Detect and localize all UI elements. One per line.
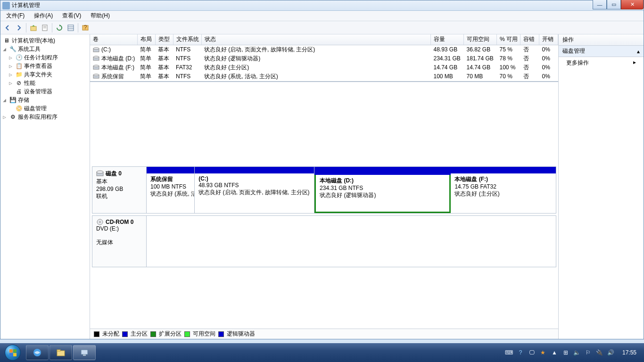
legend-free-swatch [184, 331, 190, 337]
partition-color-bar [147, 167, 194, 173]
cdrom-header[interactable]: CD-ROM 0 DVD (E:) 无媒体 [92, 216, 147, 267]
up-button[interactable] [28, 23, 39, 33]
col-free[interactable]: 可用空间 [464, 34, 497, 45]
partition[interactable]: 本地磁盘 (D:)234.31 GB NTFS状态良好 (逻辑驱动器) [314, 167, 451, 213]
col-status[interactable]: 状态 [201, 34, 431, 45]
col-layout[interactable]: 布局 [137, 34, 155, 45]
disk0-row[interactable]: 磁盘 0 基本 298.09 GB 联机 系统保留100 MB NTFS状态良好… [92, 166, 556, 214]
nav-forward-button[interactable] [14, 23, 24, 33]
separator [26, 23, 26, 33]
svg-point-12 [93, 56, 99, 58]
taskbar-explorer[interactable] [50, 345, 72, 360]
event-icon: 📋 [15, 62, 23, 70]
main-panel: 卷 布局 类型 文件系统 状态 容量 可用空间 % 可用 容错 开销 (C:)简… [90, 34, 559, 339]
clock-icon: 🕑 [15, 54, 23, 61]
storage-icon: 💾 [9, 96, 17, 104]
titlebar[interactable]: 计算机管理 — ▭ ✕ [0, 0, 644, 11]
col-capacity[interactable]: 容量 [431, 34, 464, 45]
tree-disk-management[interactable]: 📀磁盘管理 [1, 104, 89, 113]
partition[interactable]: (C:)48.93 GB NTFS状态良好 (启动, 页面文件, 故障转储, 主… [195, 167, 314, 213]
volume-row[interactable]: 本地磁盘 (F:)简单基本FAT32状态良好 (主分区)14.74 GB14.7… [90, 63, 558, 72]
col-volume[interactable]: 卷 [90, 34, 137, 45]
menu-view[interactable]: 查看(V) [58, 11, 85, 21]
disk-icon [96, 170, 104, 177]
cdrom-row[interactable]: CD-ROM 0 DVD (E:) 无媒体 [92, 215, 556, 267]
taskbar-ie[interactable] [26, 345, 49, 360]
close-button[interactable]: ✕ [621, 0, 644, 9]
volume-icon [93, 56, 99, 61]
tree-system-tools[interactable]: ◢🔧系统工具 [1, 45, 89, 53]
tree-root[interactable]: 🖥计算机管理(本地) [1, 36, 89, 45]
partition[interactable]: 系统保留100 MB NTFS状态良好 (系统, 活动, 主分区) [147, 167, 195, 213]
tree-task-scheduler[interactable]: ▷🕑任务计划程序 [1, 53, 89, 62]
tree-performance[interactable]: ▷⊘性能 [1, 79, 89, 87]
actions-panel: 操作 磁盘管理▴ 更多操作▸ [559, 34, 644, 339]
tray-help-icon[interactable]: ? [517, 349, 524, 356]
tray-speaker-icon[interactable]: 🔈 [573, 349, 581, 356]
tree-shared-folders[interactable]: ▷📁共享文件夹 [1, 70, 89, 79]
col-fault[interactable]: 容错 [520, 34, 539, 45]
submenu-icon: ▸ [633, 59, 636, 67]
tray-monitor-icon[interactable]: 🖵 [528, 349, 536, 356]
tree-storage[interactable]: ◢💾存储 [1, 96, 89, 104]
maximize-button[interactable]: ▭ [607, 0, 621, 9]
menu-help[interactable]: 帮助(H) [87, 11, 114, 21]
nav-back-button[interactable] [2, 23, 13, 33]
svg-rect-25 [83, 354, 86, 356]
tree-services[interactable]: ▷⚙服务和应用程序 [1, 113, 89, 121]
taskbar[interactable]: ⌨ ? 🖵 ★ ▲ ⊞ 🔈 ⚐ 🔌 🔊 17:55 [0, 343, 644, 362]
col-pctfree[interactable]: % 可用 [497, 34, 520, 45]
tray-power-icon[interactable]: 🔌 [596, 349, 603, 356]
actions-section[interactable]: 磁盘管理▴ [559, 46, 644, 57]
taskbar-compmgmt[interactable] [73, 345, 96, 360]
tray-keyboard-icon[interactable]: ⌨ [505, 349, 513, 356]
svg-point-10 [93, 48, 99, 49]
menu-action[interactable]: 操作(A) [30, 11, 57, 21]
start-button[interactable] [0, 343, 25, 362]
col-type[interactable]: 类型 [155, 34, 173, 45]
tree-device-manager[interactable]: 🖨设备管理器 [1, 87, 89, 96]
refresh-button[interactable] [54, 23, 65, 33]
menu-file[interactable]: 文件(F) [2, 11, 28, 21]
tray-shield-icon[interactable]: ▲ [551, 349, 558, 356]
disk0-header[interactable]: 磁盘 0 基本 298.09 GB 联机 [92, 167, 147, 213]
volume-row[interactable]: 本地磁盘 (D:)简单基本NTFS状态良好 (逻辑驱动器)234.31 GB18… [90, 54, 558, 63]
minimize-button[interactable]: — [593, 0, 607, 9]
actions-more[interactable]: 更多操作▸ [559, 57, 644, 69]
tray-flag-icon[interactable]: ⚐ [585, 349, 592, 356]
tray-volume-icon[interactable]: 🔊 [607, 349, 615, 356]
window-title: 计算机管理 [12, 1, 642, 9]
collapse-icon: ▴ [637, 48, 640, 55]
partition[interactable]: 本地磁盘 (F:)14.75 GB FAT32状态良好 (主分区) [451, 167, 556, 213]
actions-header: 操作 [559, 34, 644, 46]
tray-network-icon[interactable]: ⊞ [562, 349, 570, 356]
legend-extended-label: 扩展分区 [159, 330, 182, 338]
col-fs[interactable]: 文件系统 [173, 34, 201, 45]
help-button[interactable]: ? [80, 23, 91, 33]
volume-row[interactable]: (C:)简单基本NTFS状态良好 (启动, 页面文件, 故障转储, 主分区)48… [90, 45, 558, 54]
properties-button[interactable] [40, 23, 50, 33]
svg-rect-22 [57, 351, 65, 356]
windows-orb-icon [5, 345, 21, 361]
taskbar-clock[interactable]: 17:55 [619, 349, 640, 356]
cdrom-empty [147, 216, 556, 267]
volume-row[interactable]: 系统保留简单基本NTFS状态良好 (系统, 活动, 主分区)100 MB70 M… [90, 72, 558, 81]
partition-color-bar [451, 167, 556, 173]
grid-empty-area [90, 82, 558, 165]
legend-extended-swatch [150, 331, 156, 337]
col-overhead[interactable]: 开销 [539, 34, 558, 45]
partition-color-bar [195, 167, 314, 173]
tree-event-viewer[interactable]: ▷📋事件查看器 [1, 62, 89, 70]
volume-grid[interactable]: 卷 布局 类型 文件系统 状态 容量 可用空间 % 可用 容错 开销 (C:)简… [90, 34, 558, 82]
legend: 未分配 主分区 扩展分区 可用空间 逻辑驱动器 [90, 329, 558, 339]
tray-star-icon[interactable]: ★ [539, 349, 547, 356]
legend-logical-label: 逻辑驱动器 [227, 330, 255, 338]
grid-header-row[interactable]: 卷 布局 类型 文件系统 状态 容量 可用空间 % 可用 容错 开销 [90, 34, 558, 45]
menubar: 文件(F) 操作(A) 查看(V) 帮助(H) [0, 11, 644, 21]
view-list-button[interactable] [66, 23, 76, 33]
legend-unallocated-label: 未分配 [102, 330, 119, 338]
nav-tree[interactable]: 🖥计算机管理(本地) ◢🔧系统工具 ▷🕑任务计划程序 ▷📋事件查看器 ▷📁共享文… [0, 34, 90, 339]
legend-unallocated-swatch [94, 331, 99, 337]
system-tray[interactable]: ⌨ ? 🖵 ★ ▲ ⊞ 🔈 ⚐ 🔌 🔊 17:55 [502, 349, 644, 356]
window-buttons: — ▭ ✕ [593, 0, 644, 9]
